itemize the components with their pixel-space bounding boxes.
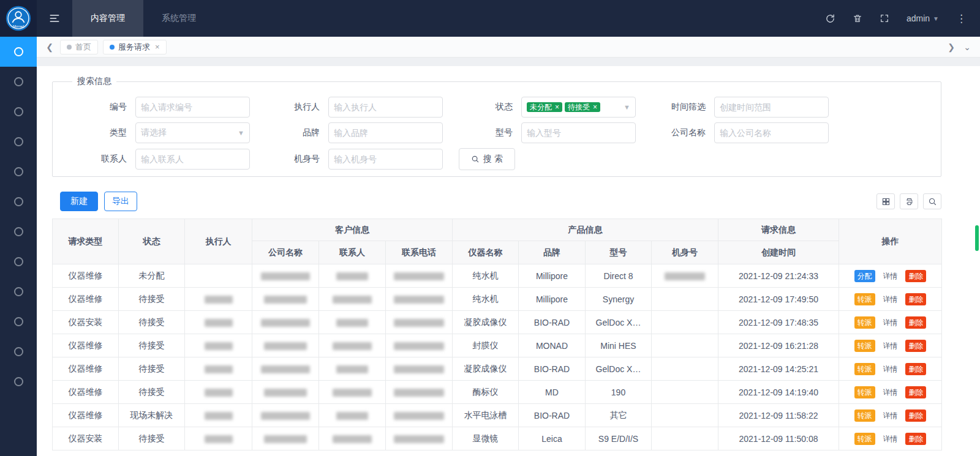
sidebar-item[interactable] [0,37,37,67]
row-detail-button[interactable]: 详情 [880,433,901,445]
close-icon[interactable]: × [155,42,160,51]
tag-label: 待接受 [568,103,590,111]
redacted-text [336,412,368,420]
tabs-scroll-left-icon[interactable]: ❮ [42,42,58,52]
sidebar-item[interactable] [0,217,37,247]
sidebar-item[interactable] [0,187,37,217]
redacted-text [205,365,233,373]
sidebar-item[interactable] [0,157,37,187]
sidebar-item[interactable] [0,367,37,397]
tab-dot-icon [110,45,115,50]
export-button[interactable]: 导出 [104,192,137,211]
user-menu[interactable]: admin ▼ [907,13,939,23]
redacted-text [264,435,307,443]
row-detail-button[interactable]: 详情 [880,293,901,305]
serial-input[interactable] [328,149,443,170]
row-detail-button[interactable]: 详情 [880,363,901,375]
cell-executor [185,404,252,427]
refresh-icon[interactable] [825,13,835,24]
tabs-scroll-right-icon[interactable]: ❯ [943,42,959,52]
type-select[interactable]: 请选择 ▼ [135,122,250,143]
col-actions: 操作 [839,219,942,264]
contact-input[interactable] [135,149,250,170]
row-delete-button[interactable]: 删除 [905,386,926,398]
sidebar-item[interactable] [0,97,37,127]
redacted-text [205,342,233,350]
row-primary-action-button[interactable]: 转派 [854,433,875,445]
cell-created-time: 2021-12-09 11:58:22 [718,404,839,427]
field-brand: 品牌 [258,122,443,143]
field-label: 机身号 [258,154,328,165]
row-detail-button[interactable]: 详情 [880,340,901,352]
sidebar-item[interactable] [0,67,37,97]
request-id-input[interactable] [135,97,250,118]
page-tab-service-request[interactable]: 服务请求 × [103,40,167,54]
row-primary-action-button[interactable]: 转派 [854,386,875,398]
tag-close-icon[interactable]: × [593,103,597,111]
row-detail-button[interactable]: 详情 [880,270,901,282]
user-name: admin [907,13,930,23]
circle-menu-icon [14,227,23,236]
cell-executor [185,334,252,357]
row-primary-action-button[interactable]: 转派 [854,363,875,375]
col-phone: 联系电话 [386,241,453,264]
redacted-text [333,296,372,304]
sidebar-item[interactable] [0,127,37,157]
field-model: 型号 [451,122,636,143]
row-delete-button[interactable]: 删除 [905,270,926,282]
brand-input[interactable] [328,122,443,143]
status-multiselect[interactable]: 未分配 × 待接受 × ▼ [521,97,636,118]
service-request-table: 请求类型 状态 执行人 客户信息 产品信息 请求信息 操作 公司名称 联系人 联… [52,219,942,450]
sidebar-item[interactable] [0,277,37,307]
row-primary-action-button[interactable]: 转派 [854,340,875,352]
sidebar-item[interactable] [0,247,37,277]
executor-input[interactable] [328,97,443,118]
row-primary-action-button[interactable]: 分配 [854,270,875,282]
cell-company [252,357,319,381]
row-detail-button[interactable]: 详情 [880,409,901,422]
row-delete-button[interactable]: 删除 [905,409,926,422]
tag-close-icon[interactable]: × [555,103,559,111]
search-button[interactable]: 搜 索 [459,148,515,170]
time-range-input[interactable] [714,97,829,118]
sidebar-item[interactable] [0,337,37,367]
new-button[interactable]: 新建 [60,192,98,211]
row-delete-button[interactable]: 删除 [905,433,926,445]
table-toolbar: 新建 导出 [52,192,941,211]
cell-actions: 转派 详情 删除 [839,311,942,334]
sidebar-item[interactable] [0,307,37,337]
row-primary-action-button[interactable]: 转派 [854,293,875,305]
redacted-text [205,296,233,304]
row-primary-action-button[interactable]: 转派 [854,409,875,422]
row-delete-button[interactable]: 删除 [905,340,926,352]
cell-actions: 转派 详情 删除 [839,288,942,311]
redacted-text [205,319,233,327]
tabs-menu-chevron-icon[interactable]: ⌄ [959,42,975,52]
print-button[interactable] [900,193,918,209]
nav-tab-content-management[interactable]: 内容管理 [72,0,143,37]
cell-actions: 转派 详情 删除 [839,334,942,357]
col-created: 创建时间 [718,241,839,264]
column-settings-button[interactable] [876,193,895,209]
page-tab-home[interactable]: 首页 [60,40,98,54]
company-input[interactable] [714,122,829,143]
cell-executor [185,288,252,311]
row-detail-button[interactable]: 详情 [880,316,901,329]
scrollbar-thumb[interactable] [975,225,979,251]
fullscreen-icon[interactable] [880,13,889,23]
cell-actions: 转派 详情 删除 [839,404,942,427]
model-input[interactable] [521,122,636,143]
nav-tab-system-management[interactable]: 系统管理 [143,0,214,37]
redacted-text [261,365,310,373]
table-search-button[interactable] [923,193,941,209]
app-logo: Monad [0,0,37,37]
row-detail-button[interactable]: 详情 [880,386,901,398]
row-delete-button[interactable]: 删除 [905,293,926,305]
more-vertical-icon[interactable]: ⋮ [956,12,967,25]
row-primary-action-button[interactable]: 转派 [854,316,875,329]
row-delete-button[interactable]: 删除 [905,363,926,375]
trash-icon[interactable] [853,13,862,23]
row-delete-button[interactable]: 删除 [905,316,926,329]
collapse-menu-icon[interactable] [37,12,72,24]
redacted-text [264,342,307,350]
